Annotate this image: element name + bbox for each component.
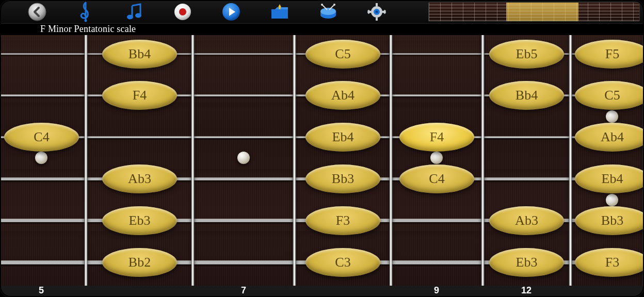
fretboard-minimap[interactable] xyxy=(428,2,640,22)
fret-number: 9 xyxy=(434,285,439,296)
note-marker[interactable]: Ab4 xyxy=(305,81,380,110)
svg-point-3 xyxy=(135,13,141,18)
svg-rect-7 xyxy=(279,6,281,9)
note-marker[interactable]: Eb3 xyxy=(102,206,177,235)
fret-wire xyxy=(191,35,195,286)
play-icon xyxy=(221,2,241,22)
play-button[interactable] xyxy=(220,1,243,23)
note-marker[interactable]: Eb4 xyxy=(305,123,380,152)
svg-point-14 xyxy=(333,4,335,6)
svg-rect-16 xyxy=(376,3,378,6)
fret-inlay-dot xyxy=(606,194,618,206)
note-marker[interactable]: F3 xyxy=(305,206,380,235)
fret-wire xyxy=(84,35,88,286)
treble-clef-icon xyxy=(77,2,94,22)
note-marker[interactable]: Eb3 xyxy=(489,248,564,277)
record-button[interactable] xyxy=(171,1,194,23)
scale-name-label: F Minor Pentatonic scale xyxy=(40,24,136,35)
folder-icon xyxy=(270,3,289,21)
fret-inlay-dot xyxy=(35,152,47,164)
fret-inlay-dot xyxy=(237,152,250,164)
back-button[interactable] xyxy=(26,1,49,23)
note-marker[interactable]: F5 xyxy=(575,40,644,69)
fret-number: 7 xyxy=(241,285,246,296)
note-marker[interactable]: F3 xyxy=(575,248,644,277)
note-marker[interactable]: C4 xyxy=(4,123,79,152)
fretboard[interactable]: Bb4C5Eb5F5F4Ab4Bb4C5C4Eb4F4Ab4Ab3Bb3C4Eb… xyxy=(0,35,644,286)
note-marker[interactable]: Ab3 xyxy=(102,164,177,193)
fret-inlay-dot xyxy=(430,152,443,164)
note-marker[interactable]: C5 xyxy=(575,81,644,110)
note-marker[interactable]: Eb4 xyxy=(575,164,644,193)
svg-point-5 xyxy=(179,8,186,15)
back-icon xyxy=(27,2,47,22)
fret-number-bar: 57912 xyxy=(0,286,644,297)
fret-wire xyxy=(389,35,393,286)
fret-wire xyxy=(293,35,296,286)
note-marker[interactable]: F4 xyxy=(399,123,474,152)
record-icon xyxy=(173,3,192,21)
svg-point-25 xyxy=(376,10,378,13)
fret-inlay-dot xyxy=(606,110,618,123)
fret-wire xyxy=(481,35,485,286)
note-marker[interactable]: C3 xyxy=(305,248,380,277)
note-marker[interactable]: Ab4 xyxy=(575,123,644,152)
drum-icon xyxy=(318,3,339,21)
gear-icon xyxy=(367,3,386,21)
scale-select-button[interactable] xyxy=(74,1,97,23)
note-marker[interactable]: Eb5 xyxy=(489,40,564,69)
svg-point-13 xyxy=(321,4,323,6)
note-marker[interactable]: Bb4 xyxy=(489,81,564,110)
note-marker[interactable]: Bb3 xyxy=(575,206,644,235)
toolbar xyxy=(0,0,644,24)
fret-number: 12 xyxy=(521,285,532,296)
svg-point-1 xyxy=(85,19,87,22)
note-marker[interactable]: Bb4 xyxy=(102,40,177,69)
svg-point-0 xyxy=(28,3,46,21)
svg-point-10 xyxy=(320,8,336,15)
note-marker[interactable]: Ab3 xyxy=(489,206,564,235)
svg-rect-17 xyxy=(376,18,378,21)
note-marker[interactable]: C4 xyxy=(399,164,474,193)
note-marker[interactable]: Bb3 xyxy=(305,164,380,193)
open-folder-button[interactable] xyxy=(268,1,291,23)
svg-point-2 xyxy=(127,14,133,19)
music-note-icon xyxy=(125,3,143,21)
note-marker[interactable]: F4 xyxy=(102,81,177,110)
note-marker[interactable]: Bb2 xyxy=(102,248,177,277)
settings-button[interactable] xyxy=(365,1,388,23)
backing-track-button[interactable] xyxy=(317,1,340,23)
sound-button[interactable] xyxy=(123,1,146,23)
note-marker[interactable]: C5 xyxy=(305,40,380,69)
fret-number: 5 xyxy=(39,285,44,296)
fret-wire xyxy=(569,35,572,286)
